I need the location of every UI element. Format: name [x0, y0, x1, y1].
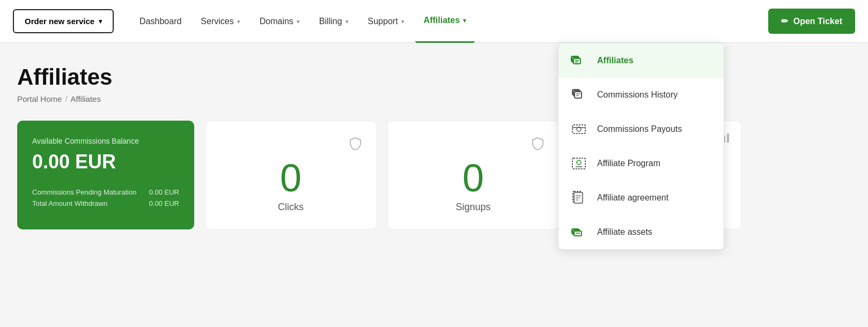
clicks-shield-icon — [349, 137, 361, 154]
dropdown-commissions-payouts-label: Commissions Payouts — [597, 124, 682, 134]
clicks-card: 0 Clicks — [205, 121, 377, 229]
pencil-icon: ✏ — [781, 16, 788, 26]
dropdown-item-commissions-payouts[interactable]: Commissions Payouts — [558, 112, 724, 146]
order-btn-chevron-icon: ▾ — [99, 18, 102, 25]
affiliate-program-icon — [569, 154, 589, 173]
breadcrumb: Portal Home / Affiliates — [17, 94, 851, 103]
affiliates-dropdown: Affiliates Commissions History Commissio… — [558, 43, 724, 247]
svg-rect-10 — [572, 125, 585, 133]
balance-row-withdrawn: Total Amount Withdrawn 0.00 EUR — [32, 199, 179, 207]
dropdown-affiliate-agreement-label: Affiliate agreement — [597, 193, 668, 203]
commissions-payouts-icon — [569, 120, 589, 139]
clicks-label: Clicks — [278, 202, 304, 213]
clicks-number: 0 — [280, 159, 301, 197]
breadcrumb-current: Affiliates — [71, 94, 101, 103]
dropdown-affiliate-assets-label: Affiliate assets — [597, 227, 652, 237]
nav-link-services[interactable]: Services ▾ — [192, 0, 248, 43]
pending-label: Commissions Pending Maturation — [32, 188, 136, 196]
svg-rect-27 — [727, 133, 729, 143]
dropdown-commissions-history-label: Commissions History — [597, 90, 678, 100]
cards-row: Available Commissions Balance 0.00 EUR C… — [17, 121, 851, 229]
signups-shield-icon — [532, 137, 543, 154]
commissions-history-icon — [569, 85, 589, 105]
support-caret-icon: ▾ — [401, 0, 404, 43]
pending-value: 0.00 EUR — [149, 188, 179, 196]
nav-link-affiliates[interactable]: Affiliates ▾ — [415, 0, 475, 43]
dropdown-item-affiliate-program[interactable]: Affiliate Program — [558, 146, 724, 181]
order-new-service-label: Order new service — [25, 17, 94, 26]
services-caret-icon: ▾ — [237, 0, 240, 43]
nav-links: Dashboard Services ▾ Domains ▾ Billing ▾… — [131, 0, 768, 43]
billing-caret-icon: ▾ — [345, 0, 349, 43]
svg-rect-2 — [573, 58, 580, 64]
breadcrumb-separator: / — [65, 94, 67, 103]
balance-amount: 0.00 EUR — [32, 151, 179, 173]
balance-label: Available Commissions Balance — [32, 137, 179, 145]
nav-link-domains[interactable]: Domains ▾ — [251, 0, 308, 43]
svg-point-14 — [577, 160, 581, 165]
dropdown-affiliate-program-label: Affiliate Program — [597, 159, 660, 168]
signups-label: Signups — [455, 202, 490, 213]
order-new-service-button[interactable]: Order new service ▾ — [13, 9, 114, 33]
page-content: Affiliates Portal Home / Affiliates Avai… — [0, 43, 868, 247]
dropdown-affiliates-label: Affiliates — [597, 56, 634, 65]
page-title: Affiliates — [17, 64, 851, 90]
withdrawn-value: 0.00 EUR — [149, 199, 179, 207]
dropdown-item-affiliates[interactable]: Affiliates — [558, 43, 724, 78]
affiliates-caret-icon: ▾ — [463, 0, 466, 42]
open-ticket-button[interactable]: ✏ Open Ticket — [768, 9, 855, 34]
balance-card: Available Commissions Balance 0.00 EUR C… — [17, 121, 194, 229]
affiliate-agreement-icon — [569, 188, 589, 207]
dropdown-item-commissions-history[interactable]: Commissions History — [558, 78, 724, 112]
dropdown-item-affiliate-agreement[interactable]: Affiliate agreement — [558, 181, 724, 215]
signups-card: 0 Signups — [387, 121, 559, 229]
nav-link-support[interactable]: Support ▾ — [359, 0, 413, 43]
open-ticket-label: Open Ticket — [793, 17, 842, 26]
affiliates-dropdown-icon — [569, 51, 589, 70]
nav-link-dashboard[interactable]: Dashboard — [131, 0, 190, 43]
nav-link-billing[interactable]: Billing ▾ — [311, 0, 357, 43]
signups-number: 0 — [462, 159, 484, 197]
breadcrumb-home-link[interactable]: Portal Home — [17, 94, 62, 103]
withdrawn-label: Total Amount Withdrawn — [32, 199, 107, 207]
dropdown-item-affiliate-assets[interactable]: Affiliate assets — [558, 215, 724, 247]
domains-caret-icon: ▾ — [297, 0, 300, 43]
affiliate-assets-icon — [569, 222, 589, 242]
navbar: Order new service ▾ Dashboard Services ▾… — [0, 0, 868, 43]
balance-row-pending: Commissions Pending Maturation 0.00 EUR — [32, 188, 179, 196]
svg-rect-7 — [575, 92, 582, 98]
